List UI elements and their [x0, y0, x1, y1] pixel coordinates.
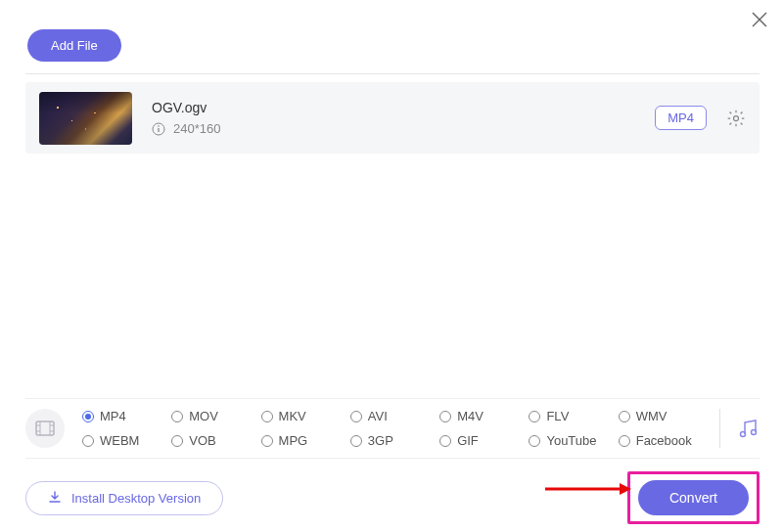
video-thumbnail[interactable]	[39, 92, 132, 145]
radio-icon	[82, 435, 94, 447]
radio-icon	[171, 411, 183, 422]
svg-point-14	[752, 430, 757, 435]
format-option-webm[interactable]: WEBM	[82, 433, 167, 448]
format-label: VOB	[189, 433, 215, 448]
format-option-facebook[interactable]: Facebook	[619, 433, 704, 448]
radio-icon	[261, 411, 273, 422]
radio-icon	[529, 411, 540, 422]
radio-icon	[439, 411, 451, 422]
format-option-wmv[interactable]: WMV	[619, 409, 704, 423]
svg-point-4	[158, 125, 160, 127]
gear-icon[interactable]	[726, 109, 746, 128]
format-label: GIF	[457, 433, 479, 448]
format-label: Facebook	[636, 433, 692, 448]
radio-icon	[350, 411, 362, 422]
radio-icon	[529, 435, 540, 447]
format-option-mov[interactable]: MOV	[171, 409, 256, 423]
info-icon	[152, 122, 165, 136]
format-label: AVI	[368, 409, 388, 423]
install-label: Install Desktop Version	[71, 491, 201, 506]
format-option-mkv[interactable]: MKV	[261, 409, 346, 423]
format-option-mpg[interactable]: MPG	[261, 433, 346, 448]
format-option-3gp[interactable]: 3GP	[350, 433, 436, 448]
format-option-m4v[interactable]: M4V	[439, 409, 525, 423]
format-option-mp4[interactable]: MP4	[82, 409, 167, 423]
file-name: OGV.ogv	[152, 100, 655, 115]
radio-icon	[261, 435, 273, 447]
format-panel: MP4MOVMKVAVIM4VFLVWMVWEBMVOBMPG3GPGIFYou…	[25, 398, 760, 448]
radio-icon	[171, 435, 183, 447]
radio-icon	[350, 435, 362, 447]
convert-highlight: Convert	[627, 471, 760, 524]
radio-icon	[439, 435, 451, 447]
svg-point-13	[741, 432, 746, 437]
radio-icon	[619, 411, 630, 422]
format-label: 3GP	[368, 433, 393, 448]
close-icon[interactable]	[750, 10, 769, 29]
audio-format-icon[interactable]	[736, 417, 760, 440]
annotation-arrow-icon	[543, 479, 631, 499]
radio-icon	[82, 411, 94, 422]
format-label: MOV	[189, 409, 218, 423]
format-label: MKV	[279, 409, 306, 423]
format-label: MP4	[100, 409, 126, 423]
format-option-gif[interactable]: GIF	[439, 433, 525, 448]
install-desktop-button[interactable]: Install Desktop Version	[25, 481, 223, 515]
format-label: YouTube	[546, 433, 596, 448]
file-row: OGV.ogv 240*160 MP4	[25, 82, 760, 154]
add-file-button[interactable]: Add File	[27, 29, 121, 62]
format-option-youtube[interactable]: YouTube	[529, 433, 614, 448]
format-label: MPG	[279, 433, 308, 448]
file-meta: OGV.ogv 240*160	[152, 100, 655, 136]
divider	[25, 458, 760, 459]
format-option-vob[interactable]: VOB	[171, 433, 256, 448]
convert-button[interactable]: Convert	[638, 480, 749, 515]
format-label: M4V	[457, 409, 484, 423]
svg-point-5	[734, 115, 739, 120]
svg-marker-16	[620, 483, 631, 495]
file-resolution: 240*160	[173, 121, 220, 136]
format-label: WMV	[636, 409, 668, 423]
radio-icon	[619, 435, 630, 447]
format-label: WEBM	[100, 433, 139, 448]
format-option-avi[interactable]: AVI	[350, 409, 436, 423]
video-format-icon[interactable]	[25, 409, 65, 448]
separator	[719, 409, 720, 448]
download-icon	[48, 490, 62, 507]
format-label: FLV	[546, 409, 569, 423]
target-format-badge[interactable]: MP4	[655, 106, 707, 130]
svg-rect-6	[36, 421, 54, 435]
divider	[25, 73, 760, 74]
format-option-flv[interactable]: FLV	[529, 409, 614, 423]
